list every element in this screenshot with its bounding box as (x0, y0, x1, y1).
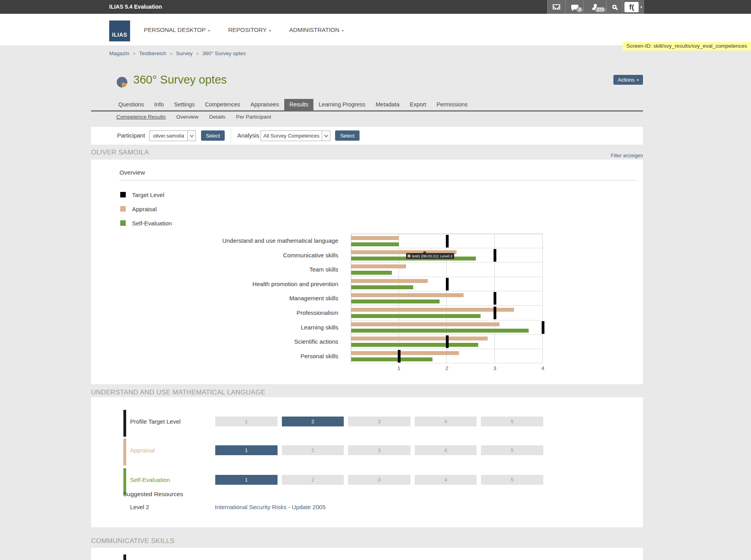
chart-category-label: Health promotion and prevention (205, 277, 338, 292)
menu-item-administration[interactable]: ADMINISTRATION▾ (289, 26, 344, 33)
self-evaluation-bar (351, 357, 432, 361)
overview-panel-title: Overview (119, 169, 145, 176)
level-block: 3 (348, 475, 410, 485)
menu-item-label: REPOSITORY (228, 26, 267, 33)
filter-anzeigen-link[interactable]: Filter anzeigen (609, 153, 643, 158)
competence-chart: Understand and use mathematical language… (205, 234, 543, 373)
chart-category-label: Scientific actions (205, 335, 338, 349)
chart-row: Learning skills (205, 320, 543, 335)
appraisal-bar (351, 322, 499, 326)
level-row-label: Self-Evaluation (130, 476, 170, 483)
level-row-marker (123, 439, 126, 465)
math-section-panel: Profile Target Level12345Appraisal12345S… (91, 397, 643, 527)
tab-settings[interactable]: Settings (169, 99, 199, 111)
tab-underline (91, 110, 643, 112)
chart-plot-cell (351, 234, 543, 248)
page-title: 360° Survey optes (133, 73, 227, 86)
chart-axis: 1234 (205, 363, 543, 373)
search-icon (612, 5, 617, 9)
level-block: 5 (481, 475, 543, 485)
level-block: 4 (415, 417, 477, 426)
chart-tooltip: test1 (08.03.21): Level 2 (406, 253, 454, 259)
resource-link[interactable]: International Security Risks - Update 20… (215, 504, 326, 510)
tab-bar: QuestionsInfoSettingsCompetencesAppraise… (113, 99, 473, 111)
analysis-label: Analysis (237, 132, 259, 139)
legend-label: Target Level (132, 192, 164, 198)
subtab-details[interactable]: Details (209, 114, 225, 120)
participant-label: Participant (117, 132, 145, 139)
tab-export[interactable]: Export (404, 99, 431, 111)
mail-button[interactable] (547, 0, 565, 14)
analysis-select-value: All Survey Competences (261, 131, 322, 141)
chart-plot-cell (351, 262, 543, 277)
axis-tick-label: 2 (445, 365, 449, 371)
level-row-label: Appraisal (130, 447, 155, 454)
level-block: 1 (215, 417, 278, 426)
breadcrumb-separator: » (133, 51, 136, 56)
section-heading-communicative: COMMUNICATIVE SKILLS (91, 537, 175, 545)
panel-divider (119, 180, 637, 180)
tab-learning-progress[interactable]: Learning Progress (313, 99, 371, 111)
subtab-per-participant[interactable]: Per Participant (236, 114, 271, 120)
actions-button[interactable]: Actions ▾ (613, 75, 643, 85)
level-blocks: 12345 (215, 475, 543, 485)
breadcrumb-link[interactable]: Testbereich (139, 50, 166, 56)
self-evaluation-bar (351, 329, 529, 333)
chevron-down-icon: ▾ (208, 28, 210, 33)
chevron-down-icon: ▾ (342, 28, 344, 33)
tab-questions[interactable]: Questions (113, 99, 149, 111)
profile-logo-button[interactable]: f( ▾ (622, 0, 644, 14)
participant-select[interactable]: oliver.samoila (149, 130, 196, 141)
screen-id-label: Screen-ID: skill/svy_results/svy_eval_co… (622, 42, 751, 50)
subtab-competence-results[interactable]: Competence Results (116, 114, 166, 120)
breadcrumb-link[interactable]: Magazin (109, 50, 129, 56)
legend-swatch (120, 220, 126, 226)
communicative-section-panel (91, 548, 643, 560)
level-row-marker (123, 410, 126, 437)
self-evaluation-bar (351, 314, 481, 318)
chat-button[interactable]: 3 (565, 0, 583, 14)
level-block: 3 (348, 417, 410, 426)
chart-category-label: Professionalism (205, 306, 338, 320)
menu-item-label: PERSONAL DESKTOP (144, 26, 206, 33)
breadcrumb-separator: » (196, 51, 199, 56)
survey-pie-icon (117, 77, 127, 87)
chart-rows: Understand and use mathematical language… (205, 234, 543, 363)
subtab-bar: Competence ResultsOverviewDetailsPer Par… (116, 114, 281, 120)
participant-select-button[interactable]: Select (201, 130, 225, 141)
chart-legend: Target LevelAppraisalSelf-Evaluation (120, 192, 172, 234)
chevron-down-icon (187, 131, 196, 141)
axis-tick-label: 4 (541, 365, 544, 371)
menu-item-personal-desktop[interactable]: PERSONAL DESKTOP▾ (144, 26, 210, 33)
level-block: 3 (348, 445, 410, 455)
chart-row: Team skills (205, 262, 543, 277)
legend-item: Appraisal (120, 206, 172, 212)
subtab-overview[interactable]: Overview (176, 114, 198, 120)
level-block: 1 (215, 475, 278, 485)
chart-plot-cell: test1 (08.03.21): Level 2 (351, 248, 543, 263)
axis-tick-label: 3 (493, 365, 496, 371)
search-button[interactable] (606, 0, 622, 14)
breadcrumb-link[interactable]: Survey (176, 50, 192, 56)
ilias-logo[interactable]: ILIAS (109, 20, 130, 41)
users-badge: 273 (595, 7, 606, 12)
breadcrumb-link[interactable]: 360° Survey optes (202, 50, 246, 56)
tab-permissions[interactable]: Permissions (431, 99, 473, 111)
chart-plot-cell (351, 335, 543, 349)
actions-button-label: Actions (618, 77, 635, 83)
menu-item-repository[interactable]: REPOSITORY▾ (228, 26, 271, 33)
filter-divider (231, 129, 231, 143)
filter-bar: Participant oliver.samoila Select Analys… (91, 127, 643, 145)
online-users-button[interactable]: 273 (583, 0, 606, 14)
tab-results[interactable]: Results (284, 99, 313, 111)
tab-appraisees[interactable]: Appraisees (245, 99, 284, 111)
analysis-select-button[interactable]: Select (335, 130, 360, 141)
top-icon-bar: 3 273 f( ▾ (547, 0, 644, 14)
analysis-select[interactable]: All Survey Competences (261, 130, 330, 141)
tab-metadata[interactable]: Metadata (371, 99, 404, 111)
level-row-label: Profile Target Level (130, 418, 181, 425)
tab-competences[interactable]: Competences (200, 99, 245, 111)
tab-info[interactable]: Info (149, 99, 169, 111)
legend-swatch (120, 206, 126, 212)
participant-select-value: oliver.samoila (150, 131, 187, 141)
